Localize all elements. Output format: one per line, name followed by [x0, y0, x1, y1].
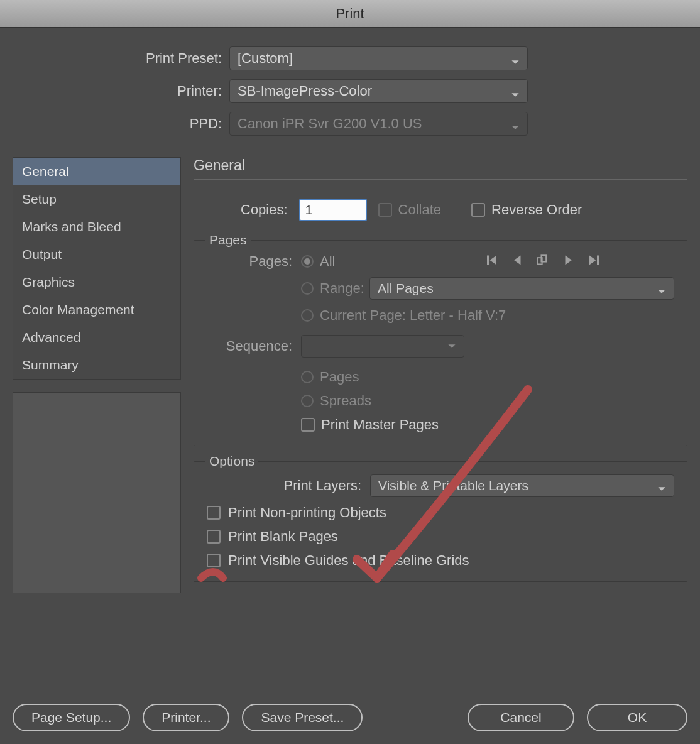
options-fieldset: Options Print Layers: Visible & Printabl… [194, 461, 687, 582]
chevron-down-icon [511, 54, 520, 63]
prev-page-icon[interactable] [512, 254, 523, 268]
collate-label: Collate [398, 202, 441, 218]
top-form: Print Preset: [Custom] Printer: SB-Image… [0, 28, 700, 157]
pages-legend: Pages [205, 232, 251, 248]
printer-button[interactable]: Printer... [143, 704, 229, 731]
sidebar-nav: General Setup Marks and Bleed Output Gra… [13, 157, 181, 380]
pages-radio-label: Pages [320, 369, 359, 385]
sequence-dropdown [301, 335, 464, 358]
chevron-down-icon [511, 87, 520, 96]
pages-label: Pages: [207, 253, 301, 270]
reverse-checkbox[interactable] [471, 203, 485, 217]
range-radio[interactable] [301, 282, 314, 295]
print-layers-value: Visible & Printable Layers [378, 478, 528, 493]
panel-title: General [194, 157, 687, 180]
print-preset-value: [Custom] [238, 50, 293, 67]
print-master-label: Print Master Pages [321, 417, 439, 433]
printer-dropdown[interactable]: SB-ImagePress-Color [229, 79, 528, 103]
blank-pages-label: Print Blank Pages [228, 528, 338, 545]
blank-pages-checkbox[interactable] [207, 530, 221, 544]
page-setup-button[interactable]: Page Setup... [13, 704, 130, 731]
copies-label: Copies: [241, 202, 288, 218]
pages-radio[interactable] [301, 371, 314, 383]
copies-input[interactable] [299, 199, 367, 221]
current-radio[interactable] [301, 309, 314, 322]
printer-label: Printer: [13, 83, 229, 99]
guides-checkbox[interactable] [207, 554, 221, 567]
collate-checkbox-wrap: Collate [378, 202, 441, 218]
page-nav-icons [487, 254, 599, 268]
ppd-dropdown: Canon iPR Svr G200 V1.0 US [229, 112, 528, 136]
cancel-button[interactable]: Cancel [468, 704, 574, 731]
sidebar-item-color[interactable]: Color Management [13, 296, 180, 324]
print-preview-box [13, 392, 181, 593]
non-printing-checkbox[interactable] [207, 506, 221, 520]
range-value: All Pages [378, 281, 434, 296]
svg-rect-0 [487, 256, 489, 265]
sidebar-item-general[interactable]: General [13, 158, 180, 185]
spreads-radio[interactable] [301, 395, 314, 407]
chevron-down-icon [657, 284, 666, 293]
current-radio-label: Current Page: Letter - Half V:7 [320, 307, 506, 324]
first-page-icon[interactable] [487, 254, 498, 268]
ppd-value: Canon iPR Svr G200 V1.0 US [238, 116, 422, 132]
print-layers-label: Print Layers: [207, 478, 370, 494]
footer-buttons: Page Setup... Printer... Save Preset... … [13, 704, 687, 731]
options-legend: Options [205, 454, 258, 469]
all-radio[interactable] [301, 255, 314, 268]
sidebar-item-output[interactable]: Output [13, 241, 180, 268]
save-preset-button[interactable]: Save Preset... [242, 704, 363, 731]
print-preset-dropdown[interactable]: [Custom] [229, 46, 528, 70]
sidebar-item-summary[interactable]: Summary [13, 351, 180, 379]
window-title: Print [0, 0, 700, 28]
reverse-checkbox-wrap[interactable]: Reverse Order [471, 202, 582, 218]
spreads-radio-label: Spreads [320, 393, 371, 409]
last-page-icon[interactable] [588, 254, 599, 268]
collate-checkbox [378, 203, 392, 217]
ppd-label: PPD: [13, 116, 229, 132]
sidebar-item-marks[interactable]: Marks and Bleed [13, 213, 180, 241]
sidebar-item-graphics[interactable]: Graphics [13, 268, 180, 296]
chevron-down-icon [447, 342, 456, 351]
spread-icon[interactable] [537, 254, 549, 268]
svg-rect-3 [597, 256, 599, 265]
non-printing-label: Print Non-printing Objects [228, 505, 386, 521]
reverse-label: Reverse Order [491, 202, 582, 218]
chevron-down-icon [657, 481, 666, 490]
range-dropdown[interactable]: All Pages [369, 277, 674, 300]
sidebar-item-advanced[interactable]: Advanced [13, 324, 180, 351]
printer-value: SB-ImagePress-Color [238, 83, 372, 99]
pages-fieldset: Pages Pages: All Range: [194, 240, 687, 446]
guides-label: Print Visible Guides and Baseline Grids [228, 552, 469, 569]
all-radio-label: All [320, 253, 335, 270]
sequence-label: Sequence: [207, 338, 301, 354]
print-preset-label: Print Preset: [13, 50, 229, 67]
ok-button[interactable]: OK [587, 704, 687, 731]
print-master-checkbox[interactable] [301, 418, 315, 432]
chevron-down-icon [511, 119, 520, 128]
sidebar-item-setup[interactable]: Setup [13, 185, 180, 213]
next-page-icon[interactable] [562, 254, 574, 268]
print-layers-dropdown[interactable]: Visible & Printable Layers [370, 474, 674, 497]
range-radio-label: Range: [320, 280, 364, 297]
